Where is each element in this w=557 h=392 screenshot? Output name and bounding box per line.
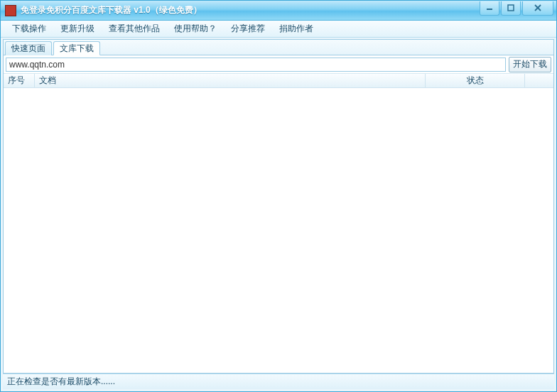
tab-quick-page[interactable]: 快速页面 [5, 41, 52, 55]
column-extra[interactable] [525, 74, 553, 87]
svg-rect-1 [508, 5, 514, 11]
menu-other-works[interactable]: 查看其他作品 [102, 21, 167, 37]
status-text: 正在检查是否有最新版本...... [7, 376, 115, 388]
app-icon [5, 5, 16, 16]
start-download-button[interactable]: 开始下载 [509, 57, 551, 72]
menu-donate[interactable]: 捐助作者 [272, 21, 320, 37]
menu-help[interactable]: 使用帮助？ [167, 21, 224, 37]
minimize-button[interactable] [480, 1, 499, 16]
statusbar: 正在检查是否有最新版本...... [3, 374, 554, 389]
window-title: 免登录免积分百度文库下载器 v1.0（绿色免费） [21, 4, 202, 16]
minimize-icon [486, 4, 493, 11]
app-window: 免登录免积分百度文库下载器 v1.0（绿色免费） 下载操作 更新升级 查看其他作… [0, 0, 557, 392]
tab-lib-download[interactable]: 文库下载 [53, 41, 100, 55]
menubar: 下载操作 更新升级 查看其他作品 使用帮助？ 分享推荐 捐助作者 [1, 21, 556, 38]
close-button[interactable] [522, 1, 553, 16]
list-body[interactable] [4, 88, 553, 373]
close-icon [534, 4, 542, 11]
column-state[interactable]: 状态 [426, 74, 525, 87]
column-seq[interactable]: 序号 [4, 74, 35, 87]
menu-update[interactable]: 更新升级 [53, 21, 102, 37]
client-area: 快速页面 文库下载 开始下载 序号 文档 状态 [3, 39, 554, 374]
url-input[interactable] [6, 58, 506, 72]
menu-download-ops[interactable]: 下载操作 [5, 21, 53, 37]
tabs: 快速页面 文库下载 [4, 40, 553, 55]
titlebar: 免登录免积分百度文库下载器 v1.0（绿色免费） [1, 1, 556, 21]
list-header: 序号 文档 状态 [4, 74, 553, 88]
window-buttons [478, 1, 553, 16]
column-doc[interactable]: 文档 [35, 74, 426, 87]
menu-share[interactable]: 分享推荐 [224, 21, 272, 37]
maximize-button[interactable] [501, 1, 521, 16]
url-row: 开始下载 [4, 55, 553, 74]
maximize-icon [507, 4, 514, 11]
